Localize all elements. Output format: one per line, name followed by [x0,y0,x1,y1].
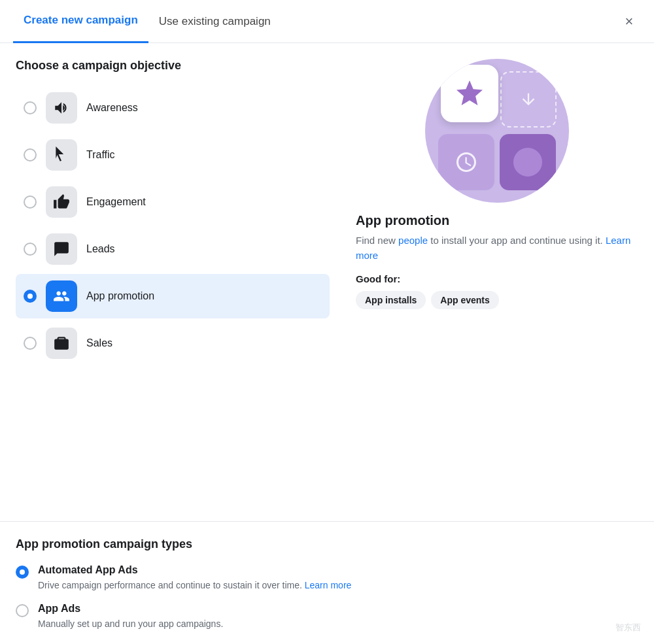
radio-automated[interactable] [16,566,29,579]
app-ads-desc: Manually set up and run your app campaig… [38,617,223,631]
tab-use-existing[interactable]: Use existing campaign [148,0,281,43]
tag-app-installs: App installs [356,291,426,309]
radio-traffic[interactable] [24,148,37,161]
modal-body: Choose a campaign objective Awareness [0,43,654,505]
illustration-container [356,59,638,203]
circle-tile [500,134,556,190]
campaign-type-app-ads[interactable]: App Ads Manually set up and run your app… [16,603,638,631]
dashed-tile [500,71,557,127]
engagement-icon-box [46,186,77,218]
left-panel: Choose a campaign objective Awareness [16,59,343,505]
objective-sales[interactable]: Sales [16,321,330,365]
app-ads-text: App Ads Manually set up and run your app… [38,603,223,631]
people-icon [53,288,70,305]
close-button[interactable]: × [617,10,641,33]
radio-leads[interactable] [24,243,37,256]
app-promotion-label: App promotion [86,290,154,302]
illus-row-1 [438,71,557,129]
right-panel: App promotion Find new people to install… [343,59,638,505]
radio-app-ads[interactable] [16,604,29,617]
sales-label: Sales [86,337,112,349]
automated-desc: Drive campaign performance and continue … [38,579,351,592]
objective-awareness[interactable]: Awareness [16,86,330,130]
briefcase-icon [53,335,70,352]
star-tile [441,65,498,122]
campaign-modal: Create new campaign Use existing campaig… [0,0,654,644]
leads-icon-box [46,233,77,265]
engagement-label: Engagement [86,196,146,208]
bottom-section-title: App promotion campaign types [16,537,638,551]
objective-list: Awareness Traffic [16,86,330,365]
sales-icon-box [46,328,77,359]
automated-learn-more[interactable]: Learn more [305,580,352,590]
traffic-label: Traffic [86,149,115,161]
app-promotion-icon-box [46,280,77,312]
clock-icon [455,150,478,174]
desc-before: Find new [356,235,398,246]
tags-container: App installs App events [356,291,638,309]
awareness-icon-box [46,92,77,124]
objective-app-promotion[interactable]: App promotion [16,274,330,318]
radio-app-promotion[interactable] [24,290,37,303]
objective-traffic[interactable]: Traffic [16,133,330,177]
clock-tile [438,134,494,190]
traffic-icon-box [46,139,77,171]
section-title: Choose a campaign objective [16,59,330,73]
automated-text: Automated App Ads Drive campaign perform… [38,564,351,592]
desc-link[interactable]: people [398,235,428,246]
modal-header: Create new campaign Use existing campaig… [0,0,654,43]
illus-row-2 [438,134,556,190]
campaign-type-list: Automated App Ads Drive campaign perform… [16,564,638,631]
desc-after: to install your app and continue using i… [428,235,603,246]
tag-app-events: App events [431,291,498,309]
automated-title: Automated App Ads [38,564,351,576]
thumbsup-icon [53,194,70,211]
leads-label: Leads [86,243,115,255]
radio-engagement[interactable] [24,195,37,209]
radio-awareness[interactable] [24,101,37,114]
automated-desc-text: Drive campaign performance and continue … [38,580,302,590]
info-description: Find new people to install your app and … [356,233,638,263]
illus-inner [438,71,557,190]
star-icon [454,78,485,109]
megaphone-icon [53,99,70,116]
info-title: App promotion [356,213,638,228]
campaign-type-automated[interactable]: Automated App Ads Drive campaign perform… [16,564,638,592]
good-for-label: Good for: [356,273,638,284]
radio-sales[interactable] [24,337,37,350]
objective-engagement[interactable]: Engagement [16,180,330,224]
objective-leads[interactable]: Leads [16,227,330,271]
tab-create-new[interactable]: Create new campaign [13,0,148,43]
watermark: 智东西 [615,622,641,634]
inner-circle [513,148,542,177]
arrow-down-icon [519,90,538,109]
cursor-icon [53,146,70,163]
bottom-section: App promotion campaign types Automated A… [0,521,654,644]
speech-bubble-icon [53,241,70,258]
app-promotion-illustration [425,59,569,203]
awareness-label: Awareness [86,102,138,114]
app-ads-title: App Ads [38,603,223,615]
